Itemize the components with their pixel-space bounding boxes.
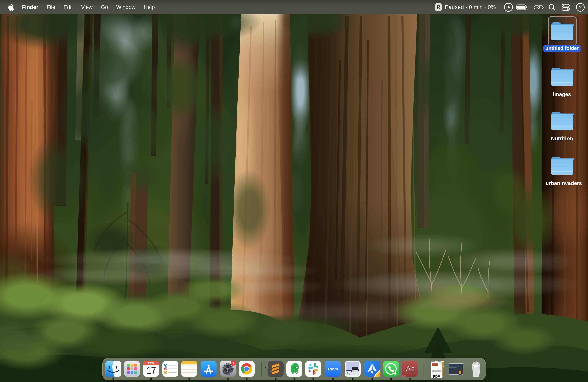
svg-text:Aa: Aa [406,364,415,373]
svg-text:FEB: FEB [148,362,154,365]
svg-text:PDF: PDF [433,375,440,378]
svg-text:1: 1 [232,361,234,365]
svg-text:17: 17 [146,365,156,376]
svg-text:zoom: zoom [328,367,338,371]
